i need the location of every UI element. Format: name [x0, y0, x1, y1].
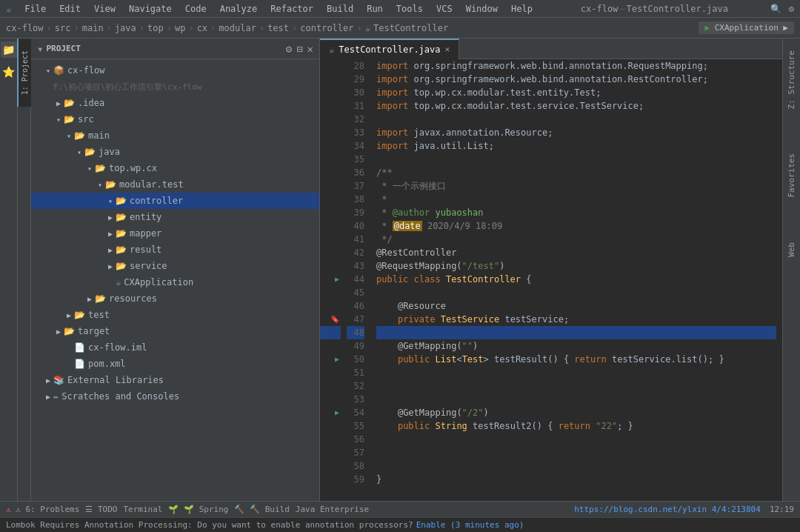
code-line-28: import org.springframework.web.bind.anno… [376, 59, 776, 73]
expand-icon: ▾ [105, 197, 116, 205]
tree-label: cx-flow.iml [88, 342, 147, 353]
bookmark-icon[interactable]: ⭐ [1, 64, 17, 80]
tree-label: test [88, 310, 110, 320]
todo-btn[interactable]: ☰ TODO [85, 505, 117, 514]
run-icon[interactable]: ▶ [335, 353, 339, 366]
bc-cx[interactable]: cx [197, 23, 207, 33]
app-name: ☕ [6, 4, 11, 14]
tree-label: result [130, 245, 161, 255]
menu-edit[interactable]: Edit [53, 2, 87, 16]
code-line-53 [376, 393, 776, 406]
run-icon[interactable]: ▶ [335, 273, 339, 286]
editor-tab-active[interactable]: ☕ TestController.java ✕ [320, 39, 459, 59]
tree-item-scratches[interactable]: ▶ ✏ Scratches and Consoles [31, 388, 319, 405]
menu-tools[interactable]: Tools [390, 2, 429, 16]
expand-icon: ▾ [95, 181, 105, 189]
sidebar-close-icon[interactable]: ✕ [307, 43, 313, 55]
bc-src[interactable]: src [55, 23, 71, 33]
tree-label: controller [130, 196, 183, 206]
structure-tab[interactable]: Z: Structure [784, 44, 799, 115]
code-line-39: * @author yubaoshan [376, 206, 776, 219]
bc-controller[interactable]: controller [300, 23, 353, 33]
menu-run[interactable]: Run [361, 2, 389, 16]
tree-item-entity[interactable]: ▶ 📂 entity [31, 209, 319, 225]
code-editor[interactable]: ▶ 🔖 ▶ ▶ 2829303132 [320, 59, 782, 501]
java-enterprise-btn[interactable]: Java Enterprise [296, 505, 369, 514]
bc-main[interactable]: main [82, 23, 104, 33]
expand-icon: ▾ [64, 132, 74, 140]
tree-item-iml[interactable]: 📄 cx-flow.iml [31, 339, 319, 356]
menu-analyze[interactable]: Analyze [214, 2, 264, 16]
project-dropdown-icon[interactable]: ▾ [37, 43, 43, 55]
bc-java[interactable]: java [115, 23, 136, 33]
code-line-37: * 一个示例接口 [376, 179, 776, 193]
tree-item-root[interactable]: ▾ 📦 cx-flow [31, 62, 319, 79]
project-view-icon[interactable]: 📁 [1, 41, 17, 58]
notification-enable-link[interactable]: Enable (3 minutes ago) [416, 520, 524, 530]
search-icon[interactable]: 🔍 [770, 4, 781, 14]
problems-btn[interactable]: ⚠ ⚠ 6: Problems [6, 505, 79, 514]
tree-item-topwpcx[interactable]: ▾ 📂 top.wp.cx [31, 160, 319, 176]
tree-item-modulartest[interactable]: ▾ 📂 modular.test [31, 176, 319, 193]
bc-cx-flow[interactable]: cx-flow [6, 23, 44, 33]
tree-item-java[interactable]: ▾ 📂 java [31, 144, 319, 160]
bc-modular[interactable]: modular [219, 23, 256, 33]
menu-code[interactable]: Code [179, 2, 213, 16]
menu-vcs[interactable]: VCS [430, 2, 459, 16]
tree-item-extlibs[interactable]: ▶ 📚 External Libraries [31, 372, 319, 388]
favorites-tab[interactable]: Favorites [784, 147, 799, 204]
tree-item-test[interactable]: ▶ 📂 test [31, 307, 319, 323]
run-gutter-54[interactable]: ▶ [320, 406, 341, 419]
tree-item-controller[interactable]: ▾ 📂 controller [31, 193, 319, 209]
tree-item-result[interactable]: ▶ 📂 result [31, 242, 319, 258]
menu-navigate[interactable]: Navigate [123, 2, 178, 16]
run-gutter-47[interactable]: 🔖 [320, 313, 341, 326]
code-content[interactable]: import org.springframework.web.bind.anno… [370, 59, 782, 501]
build-btn[interactable]: 🔨 🔨 Build [234, 505, 289, 514]
run-gutter-44[interactable]: ▶ [320, 273, 341, 286]
tree-item-idea[interactable]: ▶ 📂 .idea [31, 95, 319, 111]
tree-label: entity [130, 212, 161, 222]
menu-window[interactable]: Window [460, 2, 504, 16]
settings-icon[interactable]: ⚙ [789, 4, 794, 14]
menu-build[interactable]: Build [321, 2, 359, 16]
editor-tabs: ☕ TestController.java ✕ [320, 39, 782, 59]
expand-icon: ▶ [84, 295, 95, 303]
tree-item-cxapp[interactable]: ☕ CXApplication [31, 274, 319, 290]
folder-icon: 📂 [116, 228, 127, 239]
menu-file[interactable]: File [19, 2, 52, 16]
run-app-button[interactable]: ▶ CXApplication ▶ [699, 21, 794, 34]
tree-label: java [99, 147, 120, 157]
tree-item-resources[interactable]: ▶ 📂 resources [31, 290, 319, 307]
menu-view[interactable]: View [88, 2, 121, 16]
tree-item-src[interactable]: ▾ 📂 src [31, 111, 319, 127]
menu-refactor[interactable]: Refactor [264, 2, 319, 16]
bc-test[interactable]: test [267, 23, 289, 33]
spring-btn[interactable]: 🌱 🌱 Spring [168, 505, 228, 514]
tree-item-mapper[interactable]: ▶ 📂 mapper [31, 225, 319, 242]
tree-label: resources [109, 293, 157, 304]
menu-help[interactable]: Help [505, 2, 539, 16]
scratch-icon: ✏ [53, 391, 59, 402]
terminal-btn[interactable]: Terminal [123, 505, 162, 514]
sidebar-settings-icon[interactable]: ⚙ [286, 43, 292, 55]
bc-testcontroller[interactable]: TestController [373, 23, 448, 33]
run-icon[interactable]: ▶ [335, 406, 339, 419]
bc-top[interactable]: top [147, 23, 164, 33]
folder-icon: 📂 [116, 196, 127, 206]
java-file-icon: ☕ [116, 277, 121, 287]
tree-item-target[interactable]: ▶ 📂 target [31, 323, 319, 339]
folder-icon: 📂 [105, 179, 116, 190]
project-tab[interactable]: 1: Project [17, 39, 31, 107]
time-display: 12:19 [770, 505, 794, 514]
bc-wp[interactable]: wp [175, 23, 185, 33]
tree-item-main[interactable]: ▾ 📂 main [31, 127, 319, 144]
code-line-45 [376, 286, 776, 299]
bookmark-icon[interactable]: 🔖 [330, 313, 339, 326]
sidebar-collapse-icon[interactable]: ⊟ [296, 43, 302, 55]
tree-item-pom[interactable]: 📄 pom.xml [31, 356, 319, 372]
tree-item-service[interactable]: ▶ 📂 service [31, 258, 319, 274]
web-tab[interactable]: Web [784, 236, 799, 263]
run-gutter-50[interactable]: ▶ [320, 353, 341, 366]
tab-close-btn[interactable]: ✕ [445, 44, 450, 54]
